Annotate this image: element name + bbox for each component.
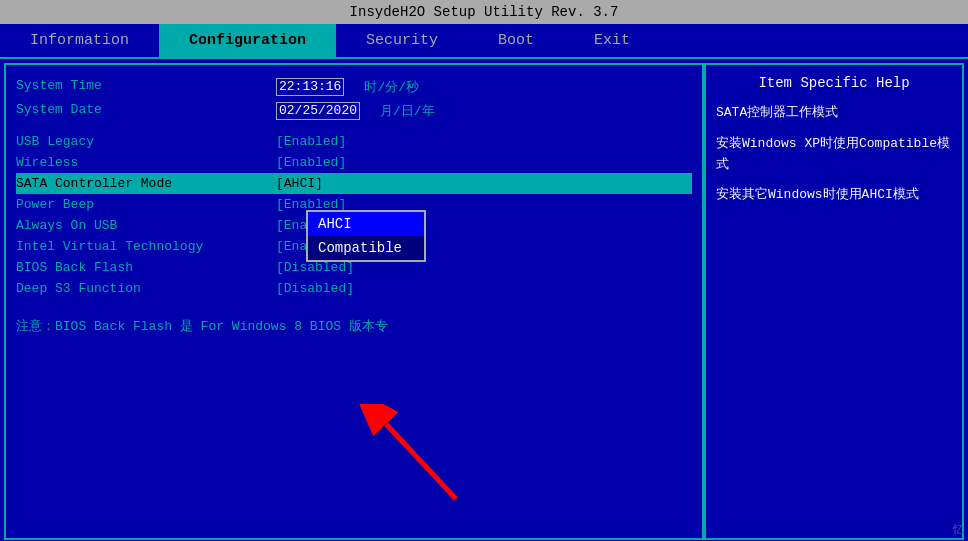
nav-item-security[interactable]: Security (336, 24, 468, 57)
setting-label: Power Beep (16, 197, 276, 212)
help-line-2: 安装Windows XP时使用Compatible模式 (716, 134, 952, 176)
setting-wireless[interactable]: Wireless [Enabled] (16, 152, 692, 173)
setting-value: [Disabled] (276, 281, 354, 296)
setting-label: Deep S3 Function (16, 281, 276, 296)
main-area: System Time 22:13:16 时/分/秒 System Date 0… (0, 59, 968, 541)
system-date-label: System Date (16, 102, 276, 120)
help-title: Item Specific Help (716, 75, 952, 91)
watermark: 忆 (953, 522, 964, 537)
setting-value: [AHCI] (276, 176, 323, 191)
setting-sata-controller[interactable]: SATA Controller Mode [AHCI] (16, 173, 692, 194)
setting-label: BIOS Back Flash (16, 260, 276, 275)
setting-label: USB Legacy (16, 134, 276, 149)
bios-note: 注意：BIOS Back Flash 是 For Windows 8 BIOS … (16, 317, 692, 335)
setting-label: SATA Controller Mode (16, 176, 276, 191)
system-time-label: System Time (16, 78, 276, 96)
system-time-value[interactable]: 22:13:16 (276, 78, 344, 96)
setting-value: [Enabled] (276, 155, 346, 170)
setting-usb-legacy[interactable]: USB Legacy [Enabled] (16, 131, 692, 152)
svg-line-1 (386, 424, 456, 499)
title-bar: InsydeH2O Setup Utility Rev. 3.7 (0, 0, 968, 24)
nav-item-boot[interactable]: Boot (468, 24, 564, 57)
setting-label: Intel Virtual Technology (16, 239, 276, 254)
system-date-row: System Date 02/25/2020 月/日/年 (16, 99, 692, 123)
arrow-container (356, 404, 476, 508)
content-panel: System Time 22:13:16 时/分/秒 System Date 0… (4, 63, 704, 540)
setting-label: Wireless (16, 155, 276, 170)
arrow-icon (356, 404, 476, 504)
app-title: InsydeH2O Setup Utility Rev. 3.7 (350, 4, 619, 20)
nav-item-information[interactable]: Information (0, 24, 159, 57)
nav-item-exit[interactable]: Exit (564, 24, 660, 57)
system-date-unit: 月/日/年 (380, 102, 435, 120)
help-line-3: 安装其它Windows时使用AHCI模式 (716, 185, 952, 206)
setting-deep-s3[interactable]: Deep S3 Function [Disabled] (16, 278, 692, 299)
nav-item-configuration[interactable]: Configuration (159, 24, 336, 57)
help-content: SATA控制器工作模式 安装Windows XP时使用Compatible模式 … (716, 103, 952, 206)
system-time-row: System Time 22:13:16 时/分/秒 (16, 75, 692, 99)
nav-bar: Information Configuration Security Boot … (0, 24, 968, 59)
dropdown-item-ahci[interactable]: AHCI (308, 212, 424, 236)
setting-value: [Disabled] (276, 260, 354, 275)
setting-label: Always On USB (16, 218, 276, 233)
dropdown-item-compatible[interactable]: Compatible (308, 236, 424, 260)
setting-value: [Enabled] (276, 134, 346, 149)
sata-dropdown[interactable]: AHCI Compatible (306, 210, 426, 262)
system-date-value[interactable]: 02/25/2020 (276, 102, 360, 120)
system-time-unit: 时/分/秒 (364, 78, 419, 96)
help-line-1: SATA控制器工作模式 (716, 103, 952, 124)
help-panel: Item Specific Help SATA控制器工作模式 安装Windows… (704, 63, 964, 540)
